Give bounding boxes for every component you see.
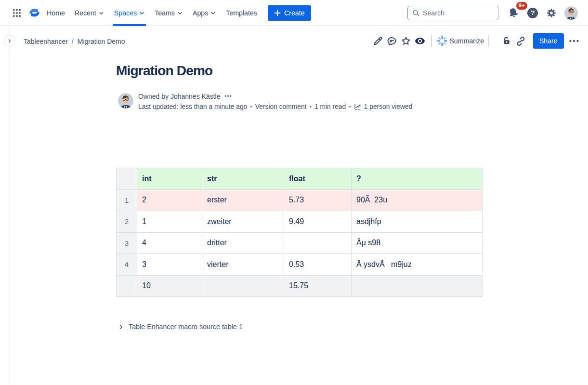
more-actions-button[interactable] <box>568 35 580 47</box>
notifications-button[interactable]: 9+ <box>507 7 520 19</box>
settings-button[interactable] <box>546 7 557 19</box>
plus-icon <box>274 10 281 16</box>
main-nav: HomeRecentSpacesTeamsAppsTemplates <box>42 0 262 26</box>
nav-item-label: Templates <box>226 9 257 17</box>
table-cell: 10 <box>137 275 202 297</box>
app-switcher-icon[interactable] <box>13 9 21 17</box>
chevron-right-icon <box>7 38 13 44</box>
help-button[interactable]: ? <box>527 8 538 18</box>
column-header: str <box>202 168 284 190</box>
row-number: 1 <box>117 189 137 211</box>
edit-button[interactable] <box>372 35 384 47</box>
watch-button[interactable] <box>414 35 426 47</box>
meta-item[interactable]: 1 person viewed <box>364 103 412 110</box>
content-table: intstrfloat? 12erster5.7390Ã 23u21zweite… <box>116 168 483 297</box>
top-navigation: HomeRecentSpacesTeamsAppsTemplates Creat… <box>0 0 588 26</box>
ellipsis-icon <box>568 35 580 47</box>
owner-more-button[interactable]: ••• <box>224 93 232 100</box>
row-number-header <box>117 168 137 190</box>
table-cell: asdjhfp <box>352 211 483 233</box>
create-button[interactable]: Create <box>268 5 311 21</box>
table-header-row: intstrfloat? <box>117 168 483 190</box>
user-avatar[interactable] <box>564 6 578 20</box>
meta-item: Last updated: less than a minute ago <box>138 103 247 110</box>
table-cell: 3 <box>137 254 202 276</box>
table-cell: 1 <box>137 211 202 233</box>
table-footer-row: 1015.75 <box>117 275 483 297</box>
meta-separator: • <box>349 103 351 110</box>
nav-item-label: Apps <box>193 9 208 17</box>
search-box[interactable] <box>407 6 498 20</box>
table-cell <box>202 275 284 297</box>
nav-item-home[interactable]: Home <box>42 0 70 26</box>
row-number <box>117 275 137 297</box>
table-cell: zweiter <box>202 211 284 233</box>
breadcrumb-separator: / <box>72 38 74 45</box>
expand-sidebar-button[interactable] <box>4 35 15 47</box>
table-cell <box>284 232 352 254</box>
summarize-button[interactable]: Summarize <box>436 35 484 47</box>
share-button[interactable]: Share <box>533 33 564 49</box>
table-cell: vierter <box>202 254 284 276</box>
nav-right-group: 9+ ? <box>407 6 578 20</box>
owner-avatar[interactable] <box>118 93 133 108</box>
link-icon <box>515 36 526 47</box>
search-input[interactable] <box>423 9 485 17</box>
meta-item[interactable]: Version comment <box>255 103 307 110</box>
comment-button[interactable] <box>386 35 398 47</box>
macro-source-expander[interactable]: Table Enhancer macro source table 1 <box>118 323 243 331</box>
divider <box>488 35 489 47</box>
help-icon: ? <box>531 9 535 16</box>
star-icon <box>401 36 411 46</box>
owned-by-text: Owned by Johannes Kästle <box>138 93 220 100</box>
meta-item: 1 min read <box>314 103 346 110</box>
search-icon <box>412 9 420 17</box>
breadcrumb-item[interactable]: Migration Demo <box>78 38 125 45</box>
confluence-logo[interactable] <box>28 6 41 19</box>
nav-item-label: Recent <box>75 9 96 17</box>
chevron-down-icon <box>98 10 105 16</box>
table-cell: 0.53 <box>284 254 352 276</box>
chevron-down-icon <box>177 10 183 16</box>
comment-icon <box>386 36 397 47</box>
unlock-icon <box>501 36 512 46</box>
nav-item-templates[interactable]: Templates <box>221 0 262 26</box>
byline: Owned by Johannes Kästle ••• Last update… <box>118 93 412 110</box>
restrictions-button[interactable] <box>501 35 512 47</box>
nav-item-apps[interactable]: Apps <box>188 0 221 26</box>
chevron-down-icon <box>210 10 216 16</box>
table-row: 12erster5.7390Ã 23u <box>117 189 483 211</box>
table-cell <box>352 275 483 297</box>
notification-badge: 9+ <box>516 2 527 10</box>
table-cell: dritter <box>202 232 284 254</box>
row-number: 3 <box>117 232 137 254</box>
favourite-button[interactable] <box>400 35 412 47</box>
eye-icon <box>414 35 426 47</box>
table-cell: 2 <box>137 189 202 211</box>
copy-link-button[interactable] <box>515 35 526 47</box>
column-header: ? <box>352 168 483 190</box>
nav-item-recent[interactable]: Recent <box>70 0 109 26</box>
table-row: 43vierter0.53Â ysdvÃ m9juz <box>117 254 483 276</box>
nav-item-teams[interactable]: Teams <box>150 0 188 26</box>
breadcrumb-item[interactable]: Tableenhancer <box>24 38 68 45</box>
nav-item-label: Home <box>47 9 65 17</box>
breadcrumb: Tableenhancer/Migration Demo <box>24 37 125 45</box>
nav-item-spaces[interactable]: Spaces <box>109 0 150 26</box>
expander-label: Table Enhancer macro source table 1 <box>129 323 243 331</box>
table-cell: Â ysdvÃ m9juz <box>352 254 483 276</box>
share-label: Share <box>539 37 558 45</box>
sidebar-divider <box>10 26 10 385</box>
create-button-label: Create <box>284 9 305 17</box>
row-number: 4 <box>117 254 137 276</box>
table-cell: 9.49 <box>284 211 352 233</box>
chevron-right-icon <box>118 324 124 330</box>
chevron-down-icon <box>139 10 145 16</box>
table-cell: Âµ s98 <box>352 232 483 254</box>
trend-chart-icon <box>354 103 361 110</box>
table-cell: 4 <box>137 232 202 254</box>
nav-item-label: Teams <box>155 9 175 17</box>
nav-item-label: Spaces <box>114 9 137 17</box>
gear-icon <box>546 7 557 19</box>
table-row: 34dritterÂµ s98 <box>117 232 483 254</box>
